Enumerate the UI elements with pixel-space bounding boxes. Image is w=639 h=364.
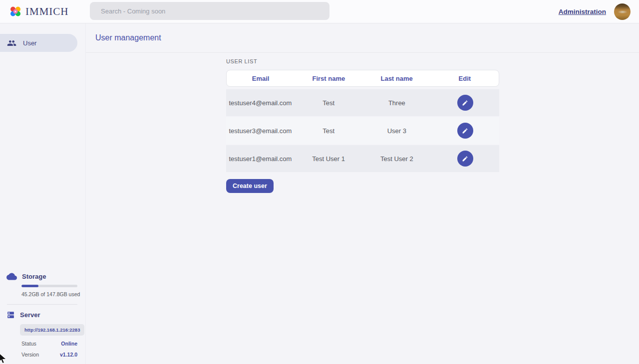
administration-link[interactable]: Administration — [559, 8, 606, 15]
storage-progress-fill — [21, 285, 38, 287]
table-row: testuser3@email.com Test User 3 — [226, 117, 499, 144]
column-last-name: Last name — [363, 75, 431, 82]
cell-first-name: Test — [295, 127, 363, 135]
storage-progress — [21, 285, 77, 287]
cell-email: testuser1@email.com — [226, 155, 295, 163]
status-label: Status — [21, 341, 36, 347]
server-title: Server — [20, 311, 40, 319]
server-icon — [6, 311, 15, 319]
app-body: User Storage 45.2GB of 147.8GB used — [0, 23, 639, 364]
search-input[interactable] — [90, 2, 329, 20]
sidebar-item-user[interactable]: User — [0, 34, 77, 52]
table-row: testuser1@email.com Test User 1 Test Use… — [226, 145, 499, 172]
immich-flower-icon — [9, 5, 22, 18]
server-status-row: Status Online — [21, 341, 77, 347]
table-row: testuser4@email.com Test Three — [226, 89, 499, 116]
column-first-name: First name — [295, 75, 362, 82]
main-content: User management USER LIST Email First na… — [85, 23, 639, 364]
status-value: Online — [61, 341, 77, 347]
section-label: USER LIST — [226, 58, 639, 64]
user-avatar[interactable] — [614, 3, 631, 20]
app-title: IMMICH — [25, 5, 69, 18]
version-label: Version — [21, 352, 39, 358]
page-title: User management — [95, 33, 161, 42]
cell-first-name: Test — [295, 99, 363, 107]
cell-last-name: User 3 — [363, 127, 431, 135]
edit-user-button[interactable] — [457, 123, 473, 139]
user-table: Email First name Last name Edit testuser… — [226, 70, 499, 172]
edit-user-button[interactable] — [457, 95, 473, 111]
sidebar-item-user-label: User — [23, 39, 36, 47]
pencil-icon — [462, 128, 468, 134]
cell-email: testuser4@email.com — [226, 99, 295, 107]
users-icon — [7, 38, 16, 48]
server-version-row: Version v1.12.0 — [21, 352, 77, 358]
cell-first-name: Test User 1 — [295, 155, 363, 163]
cell-email: testuser3@email.com — [226, 127, 295, 135]
storage-usage-text: 45.2GB of 147.8GB used — [21, 291, 85, 297]
immich-app: IMMICH Administration User — [0, 0, 639, 364]
server-url: http://192.168.1.216:2283 — [20, 324, 84, 336]
column-email: Email — [227, 75, 295, 82]
cell-last-name: Test User 2 — [363, 155, 431, 163]
edit-user-button[interactable] — [457, 151, 473, 167]
server-panel: Server http://192.168.1.216:2283 Status … — [0, 311, 85, 358]
storage-title: Storage — [22, 273, 46, 280]
version-value: v1.12.0 — [60, 352, 77, 358]
pencil-icon — [462, 100, 468, 106]
sidebar-bottom: Storage 45.2GB of 147.8GB used Server — [0, 273, 85, 364]
sidebar-nav: User — [0, 23, 85, 52]
column-edit: Edit — [431, 75, 499, 82]
header-right: Administration — [559, 3, 639, 20]
cell-last-name: Three — [363, 99, 431, 107]
sidebar: User Storage 45.2GB of 147.8GB used — [0, 23, 85, 364]
sidebar-divider — [7, 304, 77, 305]
storage-panel: Storage 45.2GB of 147.8GB used — [0, 273, 85, 297]
app-header: IMMICH Administration — [0, 0, 639, 23]
pencil-icon — [462, 156, 468, 162]
create-user-button[interactable]: Create user — [226, 179, 274, 193]
immich-logo: IMMICH — [0, 5, 69, 18]
page-title-bar: User management — [86, 23, 639, 53]
cloud-icon — [6, 273, 17, 280]
user-list-section: USER LIST Email First name Last name Edi… — [86, 53, 639, 193]
table-header-row: Email First name Last name Edit — [226, 70, 499, 87]
